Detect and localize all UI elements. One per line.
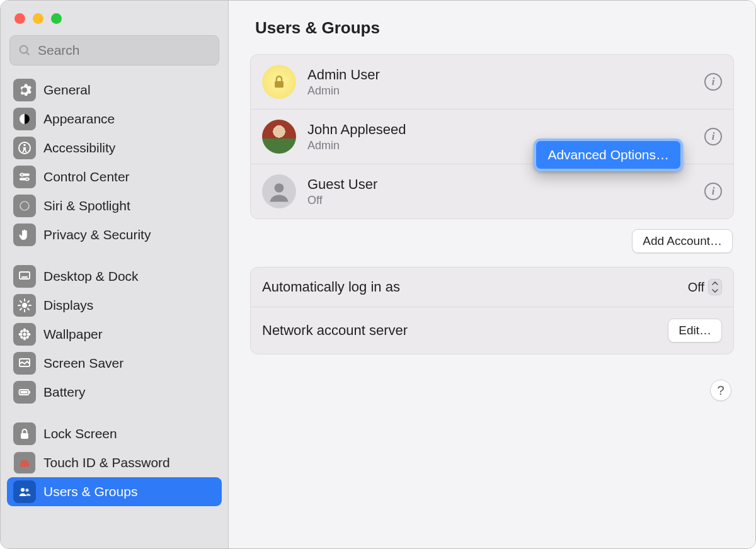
network-account-row: Network account server Edit… [251,307,733,354]
user-info-button[interactable]: i [704,183,722,200]
search-input[interactable] [37,42,211,59]
users-icon [13,480,36,503]
svg-rect-11 [21,276,28,278]
sidebar-item-label: Displays [43,298,93,313]
svg-point-38 [275,183,284,193]
sidebar-nav: General Appearance Accessibility Control… [1,72,228,510]
svg-point-25 [27,333,31,336]
system-settings-window: General Appearance Accessibility Control… [0,0,756,549]
sidebar-item-touch-id[interactable]: Touch ID & Password [7,448,222,477]
sidebar-item-label: Screen Saver [43,356,123,371]
avatar-photo [262,120,296,154]
sidebar-item-screen-saver[interactable]: Screen Saver [7,349,222,378]
svg-rect-32 [29,391,30,393]
main-content: Users & Groups Admin User Admin i John A… [229,1,755,548]
lock-icon [13,422,36,445]
svg-line-1 [26,52,29,55]
svg-point-26 [20,329,24,334]
svg-point-23 [23,337,26,341]
fingerprint-icon [13,451,36,474]
sidebar-item-appearance[interactable]: Appearance [7,105,222,133]
user-role: Admin [307,84,380,98]
user-row-guest-user[interactable]: Guest User Off i [251,164,733,218]
auto-login-row: Automatically log in as Off [251,268,733,307]
window-controls [1,9,228,35]
user-meta: Admin User Admin [307,67,380,98]
svg-point-28 [25,329,30,334]
sidebar-item-label: Siri & Spotlight [43,198,130,213]
sidebar-item-siri-spotlight[interactable]: Siri & Spotlight [7,191,222,220]
chevrons-icon [708,279,722,295]
search-field[interactable] [9,35,219,65]
desktop-dock-icon [13,265,36,288]
network-account-edit-button[interactable]: Edit… [668,319,722,342]
svg-point-12 [22,303,27,308]
svg-point-8 [26,178,28,180]
sidebar: General Appearance Accessibility Control… [1,1,229,548]
svg-rect-33 [21,391,28,393]
svg-line-20 [28,301,29,302]
svg-point-27 [25,335,30,339]
user-row-admin-user[interactable]: Admin User Admin i [251,55,733,109]
siri-icon [13,195,36,217]
appearance-icon [13,108,36,130]
sidebar-item-label: Appearance [43,111,115,127]
svg-point-36 [26,489,29,492]
sidebar-item-displays[interactable]: Displays [7,291,222,320]
sidebar-item-lock-screen[interactable]: Lock Screen [7,419,222,448]
sidebar-item-battery[interactable]: Battery [7,378,222,407]
minimize-window-button[interactable] [33,13,43,24]
svg-point-4 [23,144,26,147]
sidebar-item-wallpaper[interactable]: Wallpaper [7,320,222,349]
sidebar-item-label: General [43,82,91,98]
sidebar-item-label: Control Center [43,169,130,184]
auto-login-select[interactable]: Off [688,279,722,295]
flower-icon [13,323,36,346]
user-info-button[interactable]: i [704,73,722,91]
gear-icon [13,79,36,101]
sidebar-item-label: Touch ID & Password [43,455,170,470]
context-menu-advanced-options[interactable]: Advanced Options… [534,139,683,171]
svg-point-9 [20,201,29,210]
screensaver-icon [13,352,36,375]
user-name: Guest User [307,176,377,193]
add-account-button[interactable]: Add Account… [632,229,733,253]
avatar-guest [262,174,296,208]
svg-line-18 [28,308,29,310]
sun-icon [13,294,36,317]
svg-rect-10 [20,272,30,279]
sidebar-item-desktop-dock[interactable]: Desktop & Dock [7,262,222,291]
auto-login-label: Automatically log in as [262,279,400,295]
search-icon [18,43,32,57]
sidebar-item-users-groups[interactable]: Users & Groups [7,477,222,506]
sidebar-item-label: Battery [43,385,86,400]
close-window-button[interactable] [14,13,25,24]
user-row-john-appleseed[interactable]: John Appleseed Admin i Advanced Options… [251,109,733,164]
user-role: Admin [307,139,406,152]
user-info-button[interactable]: i [704,128,722,145]
avatar-locked [262,65,296,99]
sidebar-item-label: Privacy & Security [43,227,151,242]
page-title: Users & Groups [255,18,734,38]
svg-point-35 [21,488,25,492]
svg-point-21 [23,333,26,336]
sidebar-item-general[interactable]: General [7,76,222,105]
svg-point-29 [20,335,24,339]
help-button[interactable]: ? [710,380,731,401]
network-account-label: Network account server [262,322,408,339]
user-meta: Guest User Off [307,176,377,207]
sidebar-item-label: Lock Screen [43,426,117,441]
svg-line-17 [20,301,21,302]
sidebar-item-privacy-security[interactable]: Privacy & Security [7,220,222,249]
sidebar-item-label: Desktop & Dock [43,269,139,284]
svg-line-19 [20,308,21,310]
sidebar-item-accessibility[interactable]: Accessibility [7,133,222,162]
user-role: Off [307,194,377,207]
control-center-icon [13,166,36,188]
zoom-window-button[interactable] [51,13,62,24]
hand-icon [13,224,36,246]
svg-point-0 [20,46,28,54]
sidebar-item-control-center[interactable]: Control Center [7,162,222,191]
svg-point-22 [23,329,26,332]
user-name: John Appleseed [307,122,406,138]
